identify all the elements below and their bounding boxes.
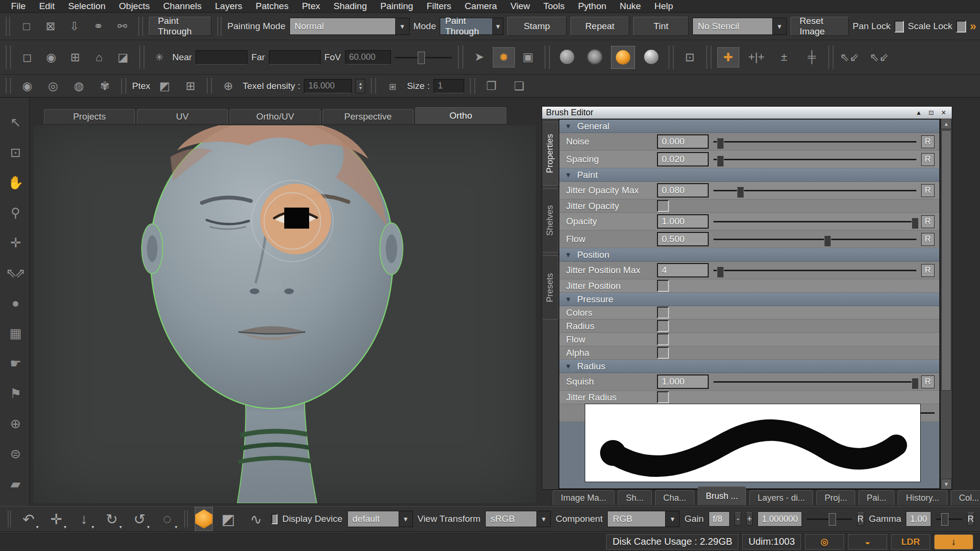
viewport-canvas[interactable] xyxy=(33,125,536,503)
lut-curve-icon[interactable]: ◩ xyxy=(218,509,239,529)
texel-density-field[interactable]: 16.000 xyxy=(304,79,352,93)
brush-editor-titlebar[interactable]: Brush Editor ▲⊡✕ xyxy=(542,107,952,119)
brush-row-slider[interactable] xyxy=(713,184,916,197)
dock-tab-layersdi[interactable]: Layers - di... xyxy=(749,490,813,505)
brush-row-slider[interactable] xyxy=(713,375,916,388)
menu-patches[interactable]: Patches xyxy=(249,0,295,12)
brush-row-value-field[interactable]: 1.000 xyxy=(657,214,709,229)
brush-row-checkbox[interactable] xyxy=(657,307,669,319)
repeat-button[interactable]: Repeat xyxy=(570,17,630,36)
toolbar-grip[interactable] xyxy=(217,17,222,35)
gain-reset-button[interactable]: R xyxy=(857,512,864,526)
ldr-badge[interactable]: LDR xyxy=(891,534,930,550)
slider-handle[interactable] xyxy=(824,235,831,247)
select-mode-icon[interactable]: ➤ xyxy=(469,47,490,66)
toolbar-grip[interactable] xyxy=(828,45,834,69)
reset-button[interactable]: R xyxy=(921,153,935,166)
brush-row-checkbox[interactable] xyxy=(657,347,669,359)
component-dropdown[interactable]: RGB ▼ xyxy=(607,511,679,527)
blur-tool-icon[interactable]: ● xyxy=(4,295,25,312)
brush-stroke-preview[interactable] xyxy=(585,404,920,482)
export-image-icon[interactable]: ↓ xyxy=(934,534,973,550)
lighting-mode-button[interactable] xyxy=(195,507,213,531)
gain-fstop-field[interactable]: f/8 xyxy=(709,511,730,527)
gain-value-field[interactable]: 1.000000 xyxy=(757,511,802,527)
toe-curve-icon[interactable]: ∿ xyxy=(245,509,267,529)
brush-row-value-field[interactable]: 0.000 xyxy=(657,134,709,149)
brush-row-slider[interactable] xyxy=(713,215,916,228)
move-tool-icon[interactable]: ✛ xyxy=(4,234,25,252)
toolbar-grip[interactable] xyxy=(138,17,143,35)
slider-handle[interactable] xyxy=(717,155,724,167)
reset-button[interactable]: R xyxy=(921,233,935,246)
save-project-icon[interactable]: ⇩ xyxy=(64,17,85,36)
menu-selection[interactable]: Selection xyxy=(62,0,111,12)
pan-lock-checkbox[interactable] xyxy=(894,21,904,33)
toolbar-grip[interactable] xyxy=(6,17,10,35)
menu-painting[interactable]: Painting xyxy=(374,0,420,12)
brush-editor-tab-properties[interactable]: Properties xyxy=(542,121,558,186)
dock-tab-brush[interactable]: Brush ... xyxy=(698,486,746,505)
dock-tab-cha[interactable]: Cha... xyxy=(655,490,694,505)
wireframe-cube-icon[interactable]: ◻ xyxy=(17,48,38,67)
paint-mode-icon[interactable]: ✹ xyxy=(493,47,515,67)
toolbar-grip[interactable] xyxy=(184,510,188,528)
dock-tab-history[interactable]: History... xyxy=(898,490,947,505)
brush-row-value-field[interactable]: 0.020 xyxy=(657,152,709,166)
pin-tool-icon[interactable]: ⚑ xyxy=(4,385,25,402)
toolbar-grip[interactable] xyxy=(6,45,11,69)
gamma-reset-button[interactable]: R xyxy=(967,512,974,526)
gamma-value-field[interactable]: 1.00 xyxy=(906,511,931,527)
brush-row-checkbox[interactable] xyxy=(657,391,669,403)
section-header-paint[interactable]: ▼Paint xyxy=(559,168,939,182)
menu-channels[interactable]: Channels xyxy=(157,0,208,12)
toolbar-grip[interactable] xyxy=(6,78,11,94)
towards-screen-icon[interactable]: ▣ xyxy=(518,47,539,66)
pan-tool-icon[interactable]: ✋ xyxy=(4,174,25,191)
scrollbar-thumb[interactable] xyxy=(941,130,951,391)
fov-field[interactable]: 60.000 xyxy=(345,50,391,65)
viewport-tab-perspective[interactable]: Perspective xyxy=(323,109,413,124)
menu-file[interactable]: File xyxy=(5,0,32,12)
paint-target-view-icon[interactable]: ◉ xyxy=(41,48,62,67)
slider-handle[interactable] xyxy=(912,378,919,389)
snapshot-icon[interactable]: ◎ xyxy=(805,534,844,550)
projection-plane-icon[interactable]: ◪ xyxy=(112,48,134,67)
scale-lock-checkbox[interactable] xyxy=(956,21,966,33)
reset-button[interactable]: R xyxy=(921,215,935,228)
view-transform-dropdown[interactable]: sRGB ▼ xyxy=(485,511,551,527)
near-field[interactable] xyxy=(196,50,247,65)
toolbar-grip[interactable] xyxy=(706,45,712,69)
far-field[interactable] xyxy=(269,50,321,65)
gamma-slider-handle[interactable] xyxy=(941,513,948,526)
toolbar-overflow-icon[interactable]: » xyxy=(970,20,976,33)
toolbar-grip[interactable] xyxy=(139,45,145,69)
brush-row-value-field[interactable]: 0.500 xyxy=(657,232,709,246)
toolbar-grip[interactable] xyxy=(371,78,376,94)
flip-world-icon[interactable]: ⇖⇙ xyxy=(869,48,890,67)
transform-paint-tool-icon[interactable]: ⇖⇗ xyxy=(4,264,25,282)
stencil-dropdown[interactable]: No Stencil ▼ xyxy=(692,18,787,35)
texel-spinner[interactable]: ▲▼ xyxy=(356,79,365,93)
slider-handle[interactable] xyxy=(912,218,919,229)
slider-handle[interactable] xyxy=(737,187,744,198)
show-face-mask-icon[interactable]: ◍ xyxy=(68,77,89,96)
menu-help[interactable]: Help xyxy=(648,0,679,12)
brush-row-value-field[interactable]: 0.080 xyxy=(657,183,709,198)
dock-tab-imagema[interactable]: Image Ma... xyxy=(553,490,614,505)
dock-tab-pai[interactable]: Pai... xyxy=(858,490,894,505)
toolbar-grip[interactable] xyxy=(207,78,212,94)
show-edge-mask-icon[interactable]: ◎ xyxy=(43,77,64,96)
brush-editor-tab-shelves[interactable]: Shelves xyxy=(542,188,558,253)
gain-slider[interactable] xyxy=(807,513,852,525)
brush-row-checkbox[interactable] xyxy=(657,200,669,212)
menu-layers[interactable]: Layers xyxy=(209,0,248,12)
brush-row-slider[interactable] xyxy=(713,233,916,245)
clone-stamp-tool-icon[interactable]: ⊕ xyxy=(4,415,25,432)
menu-view[interactable]: View xyxy=(504,0,536,12)
menu-filters[interactable]: Filters xyxy=(420,0,457,12)
mask-shape-icon[interactable]: ⌂ xyxy=(89,48,110,67)
mirror-x-icon[interactable]: +|+ xyxy=(746,47,767,66)
ptex-set-res-icon[interactable]: ⊞ xyxy=(180,77,201,96)
menu-tools[interactable]: Tools xyxy=(537,0,571,12)
